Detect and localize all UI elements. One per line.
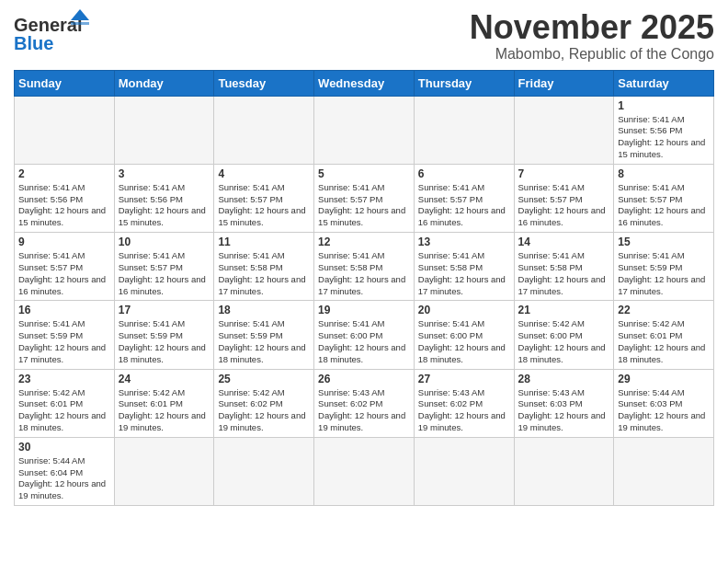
day-info: Sunrise: 5:41 AM Sunset: 5:59 PM Dayligh… [218,318,310,365]
day-number: 9 [18,236,110,248]
day-number: 14 [518,236,610,248]
title-area: November 2025 Mabombo, Republic of the C… [470,9,714,63]
calendar-week-row: 30Sunrise: 5:44 AM Sunset: 6:04 PM Dayli… [15,437,714,505]
calendar-week-row: 23Sunrise: 5:42 AM Sunset: 6:01 PM Dayli… [15,369,714,437]
calendar-week-row: 9Sunrise: 5:41 AM Sunset: 5:57 PM Daylig… [15,233,714,301]
calendar-day-8: 8Sunrise: 5:41 AM Sunset: 5:57 PM Daylig… [614,164,714,232]
day-info: Sunrise: 5:42 AM Sunset: 6:00 PM Dayligh… [518,318,610,365]
day-info: Sunrise: 5:42 AM Sunset: 6:01 PM Dayligh… [18,387,110,434]
calendar-day-7: 7Sunrise: 5:41 AM Sunset: 5:57 PM Daylig… [514,164,614,232]
calendar-day-9: 9Sunrise: 5:41 AM Sunset: 5:57 PM Daylig… [15,233,115,301]
day-info: Sunrise: 5:41 AM Sunset: 5:57 PM Dayligh… [618,182,710,229]
day-number: 1 [618,99,710,112]
day-info: Sunrise: 5:41 AM Sunset: 5:58 PM Dayligh… [218,250,310,297]
day-number: 27 [418,373,510,385]
day-info: Sunrise: 5:41 AM Sunset: 5:57 PM Dayligh… [418,182,510,229]
day-info: Sunrise: 5:41 AM Sunset: 5:57 PM Dayligh… [318,182,410,229]
calendar-day-14: 14Sunrise: 5:41 AM Sunset: 5:58 PM Dayli… [514,233,614,301]
calendar-day-12: 12Sunrise: 5:41 AM Sunset: 5:58 PM Dayli… [314,233,415,301]
calendar-week-row: 16Sunrise: 5:41 AM Sunset: 5:59 PM Dayli… [15,301,714,369]
calendar-day-5: 5Sunrise: 5:41 AM Sunset: 5:57 PM Daylig… [314,164,415,232]
day-number: 23 [18,373,110,385]
svg-text:Blue: Blue [14,33,53,53]
weekday-header-sunday: Sunday [15,70,115,96]
calendar-day-23: 23Sunrise: 5:42 AM Sunset: 6:01 PM Dayli… [15,369,115,437]
month-title: November 2025 [470,9,714,46]
day-info: Sunrise: 5:41 AM Sunset: 5:56 PM Dayligh… [618,114,710,161]
day-info: Sunrise: 5:41 AM Sunset: 6:00 PM Dayligh… [318,318,410,365]
day-number: 29 [618,373,710,385]
day-number: 18 [218,304,310,316]
day-number: 26 [318,373,410,385]
calendar-day-19: 19Sunrise: 5:41 AM Sunset: 6:00 PM Dayli… [314,301,415,369]
calendar-empty-cell [214,437,314,505]
day-info: Sunrise: 5:42 AM Sunset: 6:01 PM Dayligh… [618,318,710,365]
weekday-header-saturday: Saturday [614,70,714,96]
weekday-header-wednesday: Wednesday [314,70,415,96]
day-number: 16 [18,304,110,316]
day-info: Sunrise: 5:42 AM Sunset: 6:02 PM Dayligh… [218,387,310,434]
logo: General Blue [14,9,92,57]
day-info: Sunrise: 5:41 AM Sunset: 5:56 PM Dayligh… [119,182,210,229]
day-info: Sunrise: 5:41 AM Sunset: 5:59 PM Dayligh… [618,250,710,297]
day-info: Sunrise: 5:41 AM Sunset: 5:59 PM Dayligh… [119,318,210,365]
day-number: 13 [418,236,510,248]
calendar-day-13: 13Sunrise: 5:41 AM Sunset: 5:58 PM Dayli… [414,233,514,301]
weekday-header-thursday: Thursday [414,70,514,96]
calendar-day-28: 28Sunrise: 5:43 AM Sunset: 6:03 PM Dayli… [514,369,614,437]
day-info: Sunrise: 5:41 AM Sunset: 5:58 PM Dayligh… [518,250,610,297]
svg-rect-3 [71,22,89,25]
day-info: Sunrise: 5:41 AM Sunset: 6:00 PM Dayligh… [418,318,510,365]
calendar-day-3: 3Sunrise: 5:41 AM Sunset: 5:56 PM Daylig… [114,164,214,232]
day-info: Sunrise: 5:41 AM Sunset: 5:57 PM Dayligh… [18,250,110,297]
day-number: 4 [218,167,310,180]
day-number: 10 [119,236,210,248]
calendar-empty-cell [414,437,514,505]
day-info: Sunrise: 5:41 AM Sunset: 5:56 PM Dayligh… [18,182,110,229]
day-info: Sunrise: 5:44 AM Sunset: 6:03 PM Dayligh… [618,387,710,434]
calendar-day-11: 11Sunrise: 5:41 AM Sunset: 5:58 PM Dayli… [214,233,314,301]
day-info: Sunrise: 5:41 AM Sunset: 5:59 PM Dayligh… [18,318,110,365]
day-info: Sunrise: 5:41 AM Sunset: 5:58 PM Dayligh… [418,250,510,297]
day-number: 19 [318,304,410,316]
day-info: Sunrise: 5:41 AM Sunset: 5:57 PM Dayligh… [119,250,210,297]
location-title: Mabombo, Republic of the Congo [470,46,714,63]
calendar-day-16: 16Sunrise: 5:41 AM Sunset: 5:59 PM Dayli… [15,301,115,369]
day-number: 21 [518,304,610,316]
calendar-empty-cell [514,437,614,505]
day-info: Sunrise: 5:42 AM Sunset: 6:01 PM Dayligh… [119,387,210,434]
day-number: 11 [218,236,310,248]
day-number: 3 [119,167,210,180]
calendar-day-17: 17Sunrise: 5:41 AM Sunset: 5:59 PM Dayli… [114,301,214,369]
weekday-header-row: SundayMondayTuesdayWednesdayThursdayFrid… [15,70,714,96]
calendar-day-2: 2Sunrise: 5:41 AM Sunset: 5:56 PM Daylig… [15,164,115,232]
weekday-header-tuesday: Tuesday [214,70,314,96]
calendar-empty-cell [614,437,714,505]
calendar-day-27: 27Sunrise: 5:43 AM Sunset: 6:02 PM Dayli… [414,369,514,437]
calendar-day-24: 24Sunrise: 5:42 AM Sunset: 6:01 PM Dayli… [114,369,214,437]
day-number: 22 [618,304,710,316]
day-number: 24 [119,373,210,385]
calendar-day-6: 6Sunrise: 5:41 AM Sunset: 5:57 PM Daylig… [414,164,514,232]
calendar-day-30: 30Sunrise: 5:44 AM Sunset: 6:04 PM Dayli… [15,437,115,505]
calendar-week-row: 2Sunrise: 5:41 AM Sunset: 5:56 PM Daylig… [15,164,714,232]
day-number: 6 [418,167,510,180]
logo-svg: General Blue [14,9,92,57]
weekday-header-monday: Monday [114,70,214,96]
calendar-day-21: 21Sunrise: 5:42 AM Sunset: 6:00 PM Dayli… [514,301,614,369]
day-number: 15 [618,236,710,248]
calendar-empty-cell [114,437,214,505]
calendar-empty-cell [514,96,614,164]
calendar-day-18: 18Sunrise: 5:41 AM Sunset: 5:59 PM Dayli… [214,301,314,369]
calendar-day-29: 29Sunrise: 5:44 AM Sunset: 6:03 PM Dayli… [614,369,714,437]
day-number: 2 [18,167,110,180]
day-number: 20 [418,304,510,316]
calendar-empty-cell [114,96,214,164]
day-number: 17 [119,304,210,316]
calendar-week-row: 1Sunrise: 5:41 AM Sunset: 5:56 PM Daylig… [15,96,714,164]
calendar-day-22: 22Sunrise: 5:42 AM Sunset: 6:01 PM Dayli… [614,301,714,369]
day-number: 12 [318,236,410,248]
calendar-day-15: 15Sunrise: 5:41 AM Sunset: 5:59 PM Dayli… [614,233,714,301]
calendar-empty-cell [314,96,415,164]
day-number: 8 [618,167,710,180]
